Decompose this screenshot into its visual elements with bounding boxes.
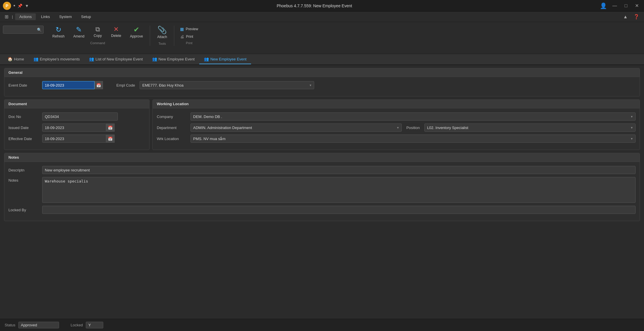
position-label: Position: [406, 126, 420, 130]
print-button[interactable]: 🖨 Print: [177, 33, 201, 40]
locked-value: Y: [86, 322, 103, 328]
effective-date-row: Effective Date 📅: [8, 135, 145, 143]
tab-home-label: Home: [14, 57, 24, 61]
approve-label: Approve: [130, 34, 143, 38]
effective-date-field: 📅: [42, 135, 115, 143]
issued-date-label: Issued Date: [8, 126, 38, 130]
wrk-location-select[interactable]: PMS. NV mua sắm: [191, 135, 636, 143]
effective-date-calendar-button[interactable]: 📅: [106, 135, 115, 143]
general-section: General Event Date 📅 Empl Code EME777. Đ…: [4, 68, 640, 96]
title-bar: P ▪ 📌 ▼ Phoebus 4.7.7.559: New Employee …: [0, 0, 644, 12]
toolbar-search[interactable]: 🔍: [3, 26, 44, 34]
employees-movements-icon: 👥: [33, 57, 38, 61]
user-icon[interactable]: 👤: [600, 2, 607, 9]
window-title: Phoebus 4.7.7.559: New Employee Event: [277, 3, 352, 8]
locked-label: Locked: [71, 323, 83, 327]
command-buttons: ↻ Refresh ✎ Amend ⧉ Copy ✕ Delete ✔ Appr…: [48, 24, 147, 40]
tab-new-employee-event-2[interactable]: 👥 New Employee Event: [199, 54, 251, 64]
department-select[interactable]: ADMIN. Administration Department: [191, 124, 402, 132]
main-content: General Event Date 📅 Empl Code EME777. Đ…: [0, 65, 644, 319]
menu-item-actions[interactable]: Actions: [15, 13, 36, 20]
title-bar-right: 👤 — □ ✕: [600, 2, 641, 9]
minimize-button[interactable]: —: [610, 3, 619, 9]
doc-no-row: Doc No: [8, 112, 145, 121]
tab-employees-movements-label: Employee's movements: [40, 57, 80, 61]
two-col-section: Document Doc No Issued Date 📅 Effective …: [4, 99, 640, 150]
copy-icon: ⧉: [95, 26, 100, 33]
tools-buttons: 📎 Attach: [153, 24, 171, 41]
search-icon: 🔍: [37, 28, 42, 32]
company-row: Company DEM. Demo DB .: [157, 112, 636, 121]
new-employee-event-1-icon: 👥: [152, 57, 157, 61]
delete-button[interactable]: ✕ Delete: [107, 24, 125, 40]
tab-list-new-employee-event[interactable]: 👥 List of New Employee Event: [84, 54, 147, 64]
notes-textarea[interactable]: Warehouse specialis: [42, 177, 636, 203]
department-row: Department ADMIN. Administration Departm…: [157, 124, 636, 132]
attach-button[interactable]: 📎 Attach: [153, 24, 171, 41]
locked-by-input[interactable]: [42, 206, 636, 214]
event-date-calendar-button[interactable]: 📅: [95, 81, 103, 89]
title-bar-left: P ▪ 📌 ▼: [3, 2, 29, 10]
search-input[interactable]: [5, 28, 37, 32]
amend-icon: ✎: [76, 26, 82, 33]
print-group-label: Print: [186, 41, 193, 45]
doc-no-label: Doc No: [8, 114, 38, 119]
company-select[interactable]: DEM. Demo DB .: [191, 112, 636, 121]
position-select[interactable]: L02. Inventory Specialist: [424, 124, 636, 132]
document-body: Doc No Issued Date 📅 Effective Date 📅: [4, 108, 149, 150]
menu-bar: ⊞ | Actions Links System Setup ▲ ❓: [0, 12, 644, 22]
general-header: General: [4, 68, 640, 77]
print-label: Print: [186, 35, 193, 39]
menu-item-links[interactable]: Links: [37, 13, 54, 20]
empl-code-select[interactable]: EME777. Đào Huy Khoa: [140, 81, 314, 89]
close-button[interactable]: ✕: [633, 2, 641, 9]
issued-date-row: Issued Date 📅: [8, 124, 145, 132]
approve-icon: ✔: [134, 26, 139, 33]
approve-button[interactable]: ✔ Approve: [126, 24, 147, 40]
company-select-wrapper: DEM. Demo DB .: [191, 112, 636, 121]
new-employee-event-2-icon: 👥: [204, 57, 209, 61]
locked-by-label: Locked By: [8, 208, 38, 212]
menu-item-setup[interactable]: Setup: [77, 13, 95, 20]
command-group-label: Command: [90, 41, 105, 45]
descriptn-label: Descriptn: [8, 168, 38, 172]
issued-date-input[interactable]: [42, 124, 106, 132]
toolbar-divider-2: [174, 26, 174, 46]
toolbar-divider-1: [150, 26, 150, 46]
general-body: Event Date 📅 Empl Code EME777. Đào Huy K…: [4, 77, 640, 96]
title-bar-pin-icon[interactable]: 📌: [17, 3, 22, 8]
tab-employees-movements[interactable]: 👥 Employee's movements: [29, 54, 85, 64]
delete-icon: ✕: [113, 26, 119, 33]
print-icon: 🖨: [180, 34, 184, 39]
descriptn-input[interactable]: [42, 166, 636, 174]
title-bar-arrow-icon[interactable]: ▼: [25, 3, 29, 8]
menu-item-system[interactable]: System: [55, 13, 76, 20]
copy-button[interactable]: ⧉ Copy: [89, 24, 106, 40]
help-icon[interactable]: ❓: [631, 13, 642, 21]
tab-new-employee-event-2-label: New Employee Event: [210, 57, 246, 61]
maximize-button[interactable]: □: [622, 3, 630, 9]
attach-label: Attach: [157, 35, 167, 39]
locked-by-row: Locked By: [8, 206, 636, 214]
wrk-location-select-wrapper: PMS. NV mua sắm: [191, 135, 636, 143]
wrk-location-label: Wrk Location: [157, 137, 186, 141]
department-label: Department: [157, 126, 186, 130]
effective-date-input[interactable]: [42, 135, 106, 143]
notes-label: Notes: [8, 177, 38, 183]
copy-label: Copy: [94, 34, 102, 38]
notes-section: Notes Descriptn Notes Warehouse speciali…: [4, 153, 640, 221]
preview-button[interactable]: ▦ Preview: [177, 26, 201, 33]
issued-date-calendar-button[interactable]: 📅: [106, 124, 115, 132]
preview-icon: ▦: [180, 27, 184, 31]
grid-icon[interactable]: ⊞: [2, 13, 11, 21]
title-bar-square-icon[interactable]: ▪: [13, 3, 15, 9]
doc-no-input[interactable]: [42, 112, 118, 121]
chevron-up-icon[interactable]: ▲: [621, 13, 630, 21]
amend-button[interactable]: ✎ Amend: [69, 24, 88, 40]
tab-new-employee-event-1[interactable]: 👥 New Employee Event: [147, 54, 199, 64]
refresh-button[interactable]: ↻ Refresh: [48, 24, 69, 40]
print-group: ▦ Preview 🖨 Print Print: [177, 24, 202, 45]
department-select-wrapper: ADMIN. Administration Department: [191, 124, 402, 132]
tab-home[interactable]: 🏠 Home: [3, 54, 29, 64]
event-date-input[interactable]: [42, 81, 95, 89]
